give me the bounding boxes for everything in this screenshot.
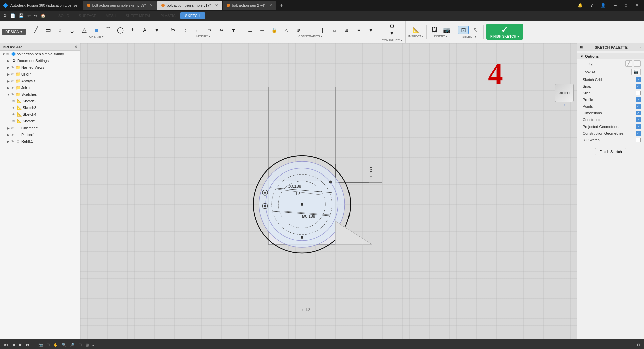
nav-first[interactable]: ⏮: [3, 342, 9, 348]
notification-icon[interactable]: 🔔: [575, 2, 585, 9]
eye-sketches[interactable]: 👁: [11, 93, 14, 96]
insert-image-btn[interactable]: 🖼: [429, 26, 440, 34]
select-arrow-btn[interactable]: ↖: [470, 26, 481, 34]
3dsketch-checkbox[interactable]: [636, 138, 641, 142]
toggle-joints[interactable]: ▶: [6, 86, 11, 90]
display-tool[interactable]: ▦: [84, 342, 90, 348]
tree-item-doc-settings[interactable]: ▶ ⚙ Document Settings: [0, 57, 80, 64]
tab-mesh[interactable]: MESH: [101, 12, 121, 19]
screenshot-tool[interactable]: 📷: [37, 342, 44, 348]
tool-perpendicular[interactable]: ⊕: [293, 27, 304, 33]
tool-equal[interactable]: =: [353, 27, 364, 33]
tool-symmetric[interactable]: ⊞: [341, 27, 352, 33]
tree-item-analysis[interactable]: ▶ 👁 📁 Analysis: [0, 78, 80, 84]
tab-solid[interactable]: SOLID: [54, 12, 74, 19]
lookat-button[interactable]: 📷: [631, 69, 641, 75]
eye-chamber[interactable]: 👁: [11, 126, 14, 130]
eye-refill[interactable]: 👁: [11, 140, 14, 143]
tool-circle[interactable]: ○: [55, 26, 65, 34]
linetype-btn-2[interactable]: □: [634, 60, 641, 67]
home-button[interactable]: 🏠: [39, 13, 47, 19]
configure-btn[interactable]: ⚙▾: [385, 22, 399, 38]
eye-joints[interactable]: 👁: [11, 86, 14, 90]
tree-item-sketch4[interactable]: 👁 📐 Sketch4: [0, 111, 80, 118]
insert-photo-btn[interactable]: 📷: [441, 26, 452, 34]
view-cube[interactable]: RIGHT Z: [555, 84, 574, 107]
palette-options-header[interactable]: ▼ Options: [577, 53, 644, 59]
root-options[interactable]: ⋯: [75, 52, 79, 56]
tab-1[interactable]: bolt action pen simple skinny v9* ✕: [83, 1, 157, 10]
eye-icon[interactable]: 👁: [6, 52, 9, 56]
projected-checkbox[interactable]: [636, 124, 641, 129]
tool-line[interactable]: ╱: [31, 26, 41, 34]
close-button[interactable]: ✕: [633, 2, 641, 9]
snap-checkbox[interactable]: [636, 84, 641, 89]
inspect-btn[interactable]: 📐: [411, 26, 421, 34]
tool-text[interactable]: A: [139, 27, 150, 33]
toggle-refill[interactable]: ▶: [6, 140, 11, 143]
tab-sheet-metal[interactable]: SHEET METAL: [121, 12, 156, 19]
finish-sketch-palette-button[interactable]: Finish Sketch: [595, 148, 626, 155]
toggle-views[interactable]: ▶: [6, 66, 11, 69]
tab3-close[interactable]: ✕: [269, 3, 272, 8]
tool-rect-solid[interactable]: ■: [91, 26, 102, 34]
tool-trim[interactable]: ✂: [168, 26, 178, 34]
constraints-checkbox[interactable]: [636, 117, 641, 122]
eye-sketch2[interactable]: 👁: [12, 99, 15, 103]
eye-analysis[interactable]: 👁: [11, 79, 14, 83]
tab-surface[interactable]: SURFACE: [74, 12, 101, 19]
tree-item-refill[interactable]: ▶ 👁 □ Refill:1: [0, 138, 80, 145]
new-button[interactable]: 📄: [9, 13, 17, 19]
zoom-in-tool[interactable]: 🔍: [60, 342, 68, 348]
redo-button[interactable]: ↪: [33, 13, 39, 19]
frame-tool[interactable]: ⊡: [45, 342, 51, 348]
orbit-tool[interactable]: ✋: [52, 342, 59, 348]
tree-item-sketch5[interactable]: 👁 📐 Sketch5: [0, 118, 80, 124]
tool-spline[interactable]: ⌒: [103, 26, 114, 34]
tree-toggle-root[interactable]: ▼: [1, 52, 6, 56]
toggle-chamber[interactable]: ▶: [6, 126, 11, 130]
construction-checkbox[interactable]: [636, 131, 641, 136]
toggle-sketches[interactable]: ▼: [6, 93, 11, 96]
tool-offset[interactable]: ⊃: [204, 27, 215, 33]
select-filter-btn[interactable]: ⊡: [458, 26, 469, 34]
tab-2[interactable]: bolt action pen simple v17* ✕: [157, 1, 222, 10]
eye-piston[interactable]: 👁: [11, 133, 14, 137]
constraints-dropdown[interactable]: ▾: [365, 26, 376, 34]
app-menu-button[interactable]: ⚙: [2, 13, 8, 19]
tree-item-sketch2[interactable]: 👁 📐 Sketch2: [0, 98, 80, 104]
tool-lock[interactable]: 🔒: [269, 27, 279, 33]
tool-horizontal[interactable]: −: [305, 27, 316, 33]
tab-plastic[interactable]: PLASTIC: [156, 12, 180, 19]
eye-sketch5[interactable]: 👁: [12, 119, 15, 123]
tool-arc[interactable]: ◡: [67, 26, 77, 34]
eye-sketch4[interactable]: 👁: [12, 113, 15, 116]
tree-item-sketch3[interactable]: 👁 📐 Sketch3: [0, 104, 80, 111]
nav-next[interactable]: ⏭: [25, 342, 32, 348]
zoom-out-tool[interactable]: 🔎: [69, 342, 76, 348]
undo-button[interactable]: ↩: [26, 13, 32, 19]
tree-item-origin[interactable]: ▶ 👁 📁 Origin: [0, 71, 80, 78]
palette-collapse[interactable]: »: [639, 45, 641, 49]
create-dropdown[interactable]: ▾: [151, 26, 162, 34]
tool-coincident[interactable]: ⊥: [245, 27, 255, 33]
tool-fillet[interactable]: ⌐: [192, 26, 203, 34]
tool-tangent[interactable]: ⌓: [329, 27, 340, 33]
tab-sketch[interactable]: SKETCH: [180, 12, 205, 19]
tool-parallel[interactable]: △: [281, 27, 291, 33]
modify-dropdown[interactable]: ▾: [228, 26, 239, 34]
nav-play[interactable]: ▶: [18, 342, 23, 348]
tree-item-named-views[interactable]: ▶ 👁 📁 Named Views: [0, 64, 80, 71]
eye-origin[interactable]: 👁: [11, 72, 14, 76]
tool-collinear[interactable]: ═: [257, 27, 267, 33]
tree-item-piston[interactable]: ▶ 👁 □ Piston:1: [0, 131, 80, 138]
tree-item-sketches[interactable]: ▼ 👁 📁 Sketches: [0, 91, 80, 98]
browser-close[interactable]: ✕: [74, 45, 77, 49]
tab1-close[interactable]: ✕: [150, 3, 153, 8]
tree-item-joints[interactable]: ▶ 👁 📁 Joints: [0, 84, 80, 91]
tab2-close[interactable]: ✕: [215, 3, 218, 8]
tool-rectangle[interactable]: ▭: [43, 26, 53, 34]
linetype-btn-1[interactable]: ╱: [625, 60, 632, 67]
profile-checkbox[interactable]: [636, 97, 641, 102]
tree-item-root[interactable]: ▼ 👁 🔷 bolt action pen simple skinny... ⋯: [0, 51, 80, 57]
